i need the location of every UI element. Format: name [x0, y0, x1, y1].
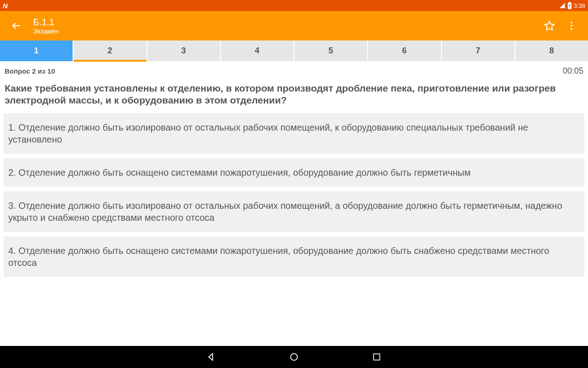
tab-label: 4 [255, 46, 260, 56]
svg-point-2 [571, 22, 572, 23]
signal-icon [559, 2, 565, 9]
more-button[interactable] [562, 17, 581, 35]
tab-2[interactable]: 2 [74, 40, 146, 61]
back-button[interactable] [7, 17, 26, 35]
timer: 00:05 [563, 66, 583, 76]
tab-label: 8 [549, 46, 554, 56]
answer-option-2[interactable]: 2. Отделение должно быть оснащено систем… [4, 158, 584, 187]
tab-5[interactable]: 5 [294, 40, 367, 61]
page-subtitle: Экзамен [33, 28, 59, 35]
status-time: 3:38 [574, 2, 585, 9]
tab-8[interactable]: 8 [515, 40, 588, 61]
tab-3[interactable]: 3 [147, 40, 220, 61]
app-bar: Б.1.1 Экзамен [0, 11, 588, 40]
tab-label: 2 [107, 46, 112, 56]
favorite-button[interactable] [540, 17, 559, 35]
svg-rect-6 [373, 354, 379, 360]
android-n-logo: N [3, 2, 8, 10]
answer-option-1[interactable]: 1. Отделение должно быть изолировано от … [4, 113, 584, 154]
status-bar: N 3:38 [0, 0, 588, 11]
tab-label: 5 [328, 46, 333, 56]
tab-label: 7 [476, 46, 481, 56]
tab-1[interactable]: 1 [0, 40, 73, 61]
tab-7[interactable]: 7 [442, 40, 514, 61]
svg-point-3 [571, 25, 572, 27]
answer-option-3[interactable]: 3. Отделение должно быть изолировано от … [4, 191, 584, 232]
tab-label: 3 [181, 46, 186, 56]
tab-label: 1 [34, 46, 39, 56]
question-text: Какие требования установлены к отделению… [0, 79, 588, 113]
nav-recent-button[interactable] [368, 348, 386, 366]
answer-option-4[interactable]: 4. Отделение должно быть оснащено систем… [4, 236, 584, 277]
question-progress: Вопрос 2 из 10 [5, 67, 55, 75]
android-nav-bar [0, 346, 588, 368]
tab-4[interactable]: 4 [221, 40, 294, 61]
tabs: 1 2 3 4 5 6 7 8 [0, 40, 588, 62]
svg-point-5 [291, 354, 298, 361]
answers-list: 1. Отделение должно быть изолировано от … [0, 113, 588, 277]
svg-rect-1 [569, 2, 571, 3]
page-title: Б.1.1 [33, 17, 59, 28]
title-block: Б.1.1 Экзамен [33, 17, 59, 35]
tab-label: 6 [402, 46, 407, 56]
nav-home-button[interactable] [285, 348, 303, 366]
info-row: Вопрос 2 из 10 00:05 [0, 62, 588, 79]
tab-6[interactable]: 6 [368, 40, 441, 61]
nav-back-button[interactable] [202, 348, 220, 366]
svg-point-4 [571, 28, 572, 30]
battery-charging-icon [567, 2, 572, 9]
